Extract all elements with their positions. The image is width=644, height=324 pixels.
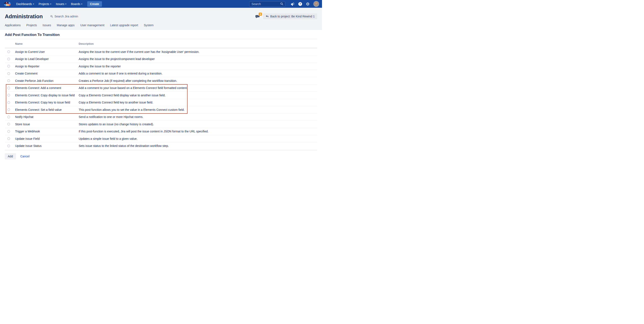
row-radio-button[interactable] xyxy=(7,65,10,68)
admin-tab[interactable]: User management xyxy=(80,24,104,27)
help-icon[interactable]: ? xyxy=(298,2,302,6)
back-button-label: Back to project: Be Kind Rewind 1 xyxy=(270,15,315,18)
admin-tab[interactable]: Issues xyxy=(42,24,51,27)
post-function-description: Add a comment to your issue based on a E… xyxy=(79,86,317,90)
nav-search-input[interactable] xyxy=(251,2,280,6)
chevron-down-icon: ▾ xyxy=(66,3,66,5)
radio-column-header xyxy=(5,42,15,46)
table-row: Notify Hipchat Send a notification to on… xyxy=(5,114,317,121)
nav-menu-label: Dashboards xyxy=(16,2,32,6)
chevron-down-icon: ▾ xyxy=(33,3,34,5)
post-function-description: This post function allows you to set the… xyxy=(79,108,317,112)
table-row: Assign to Lead Developer Assigns the iss… xyxy=(5,56,317,63)
table-row: Store Issue Stores updates to an issue (… xyxy=(5,121,317,128)
post-function-description: Copy a Elements Connect field key to ano… xyxy=(79,101,317,104)
table-header-row: Name Description xyxy=(5,39,317,48)
admin-tab[interactable]: Manage apps xyxy=(57,24,75,27)
admin-search[interactable]: Search Jira admin xyxy=(50,15,78,18)
admin-header: Administration Search Jira admin 1 xyxy=(0,8,322,30)
post-function-name: Update Issue Field xyxy=(15,137,79,140)
table-row: Create Perforce Job Function Creates a P… xyxy=(5,77,317,84)
post-function-description: Creates a Perforce Job (if required) aft… xyxy=(79,79,317,82)
post-function-description: Copy a Elements Connect field display va… xyxy=(79,94,317,97)
table-row: Elements Connect: Set a field value This… xyxy=(5,106,317,114)
table-row: Assign to Current User Assigns the issue… xyxy=(5,48,317,56)
post-function-name: Create Comment xyxy=(15,72,79,75)
post-function-description: Updates a simple issue field to a given … xyxy=(79,137,317,140)
post-function-name: Update Issue Status xyxy=(15,144,79,148)
jira-logo-icon[interactable] xyxy=(4,1,11,7)
post-function-description: Stores updates to an issue (no change hi… xyxy=(79,122,317,126)
row-radio-button[interactable] xyxy=(7,137,10,140)
table-row: Create Comment Adds a comment to an issu… xyxy=(5,70,317,78)
top-navigation-bar: Dashboards ▾ Projects ▾ Issues ▾ Boards … xyxy=(0,0,322,8)
post-function-description: Assigns the issue to the reporter xyxy=(79,65,317,68)
post-function-name: Trigger a Webhook xyxy=(15,130,79,133)
user-avatar[interactable] xyxy=(314,1,319,7)
create-button[interactable]: Create xyxy=(87,1,102,7)
admin-search-label: Search Jira admin xyxy=(54,15,78,18)
post-function-description: Assigns the issue to the project/compone… xyxy=(79,57,317,61)
add-button[interactable]: Add xyxy=(5,153,16,160)
post-function-table: Name Description Assign to Current User … xyxy=(5,39,317,150)
nav-menu-item[interactable]: Issues ▾ xyxy=(56,2,66,6)
row-radio-button[interactable] xyxy=(7,79,10,82)
row-radio-button[interactable] xyxy=(7,87,10,90)
section-title: Add Post Function To Transition xyxy=(5,33,317,39)
row-radio-button[interactable] xyxy=(7,72,10,75)
post-function-name: Store Issue xyxy=(15,122,79,126)
admin-tab[interactable]: System xyxy=(144,24,154,27)
chevron-down-icon: ▾ xyxy=(50,3,52,5)
table-row: Update Issue Field Updates a simple issu… xyxy=(5,135,317,142)
admin-tab-bar: ApplicationsProjectsIssuesManage appsUse… xyxy=(5,24,317,30)
post-function-name: Assign to Reporter xyxy=(15,65,79,68)
post-function-name: Assign to Lead Developer xyxy=(15,57,79,61)
nav-menu-item[interactable]: Projects ▾ xyxy=(38,2,51,6)
post-function-description: Sets issue status to the linked status o… xyxy=(79,144,317,148)
table-body: Assign to Current User Assigns the issue… xyxy=(5,48,317,150)
megaphone-icon[interactable] xyxy=(290,2,294,6)
nav-menu-item[interactable]: Dashboards ▾ xyxy=(16,2,34,6)
nav-menu-label: Issues xyxy=(56,2,64,6)
post-function-description: If this post-function is executed, Jira … xyxy=(79,130,317,133)
actions-divider xyxy=(5,150,317,151)
name-column-header: Name xyxy=(15,42,79,46)
post-function-name: Elements Connect: Copy display to issue … xyxy=(15,94,79,97)
row-radio-button[interactable] xyxy=(7,94,10,96)
nav-menu-item[interactable]: Boards ▾ xyxy=(71,2,82,6)
nav-search-box[interactable] xyxy=(249,1,285,7)
nav-menu: Dashboards ▾ Projects ▾ Issues ▾ Boards … xyxy=(14,2,84,6)
form-actions: Add Cancel xyxy=(5,153,317,160)
post-function-name: Create Perforce Job Function xyxy=(15,79,79,82)
search-icon xyxy=(50,15,53,18)
row-radio-button[interactable] xyxy=(7,130,10,133)
row-radio-button[interactable] xyxy=(7,50,10,53)
cancel-link[interactable]: Cancel xyxy=(20,155,30,158)
post-function-name: Elements Connect: Copy key to issue fiel… xyxy=(15,101,79,104)
post-function-description: Adds a comment to an issue if one is ent… xyxy=(79,72,317,75)
admin-tab[interactable]: Applications xyxy=(5,24,21,27)
page-title: Administration xyxy=(5,13,43,20)
table-row: Elements Connect: Copy display to issue … xyxy=(5,92,317,99)
back-to-project-button[interactable]: Back to project: Be Kind Rewind 1 xyxy=(263,14,317,19)
return-arrow-icon xyxy=(266,15,268,18)
row-radio-button[interactable] xyxy=(7,144,10,147)
table-row: Elements Connect: Copy key to issue fiel… xyxy=(5,99,317,106)
nav-menu-label: Boards xyxy=(71,2,80,6)
description-column-header: Description xyxy=(79,42,317,46)
row-radio-button[interactable] xyxy=(7,108,10,111)
post-function-name: Elements Connect: Add a comment xyxy=(15,86,79,90)
row-radio-button[interactable] xyxy=(7,58,10,60)
row-radio-button[interactable] xyxy=(7,101,10,104)
feedback-bubble-icon[interactable]: 1 xyxy=(255,14,260,19)
search-icon xyxy=(280,2,284,6)
row-radio-button[interactable] xyxy=(7,123,10,126)
admin-tab[interactable]: Projects xyxy=(26,24,37,27)
admin-tab[interactable]: Latest upgrade report xyxy=(110,24,138,27)
post-function-description: Assigns the issue to the current user if… xyxy=(79,50,317,54)
gear-icon[interactable]: ⚙ xyxy=(306,2,310,6)
table-row: Elements Connect: Add a comment Add a co… xyxy=(5,84,317,92)
table-row: Assign to Reporter Assigns the issue to … xyxy=(5,63,317,70)
row-radio-button[interactable] xyxy=(7,116,10,118)
table-row: Trigger a Webhook If this post-function … xyxy=(5,128,317,135)
